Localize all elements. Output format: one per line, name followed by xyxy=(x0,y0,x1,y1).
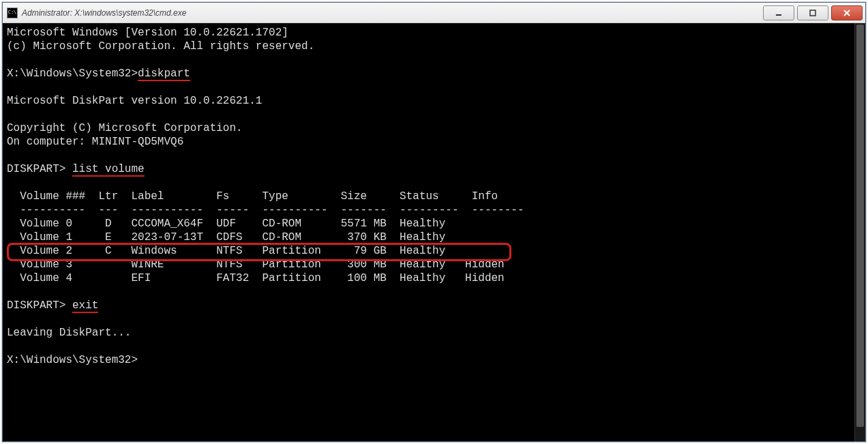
window-controls xyxy=(763,5,863,20)
maximize-button[interactable] xyxy=(797,5,828,20)
minimize-icon xyxy=(775,9,783,17)
scrollbar-thumb[interactable] xyxy=(856,25,864,427)
window-title: Administrator: X:\windows\system32\cmd.e… xyxy=(22,8,763,18)
prompt: X:\Windows\System32> xyxy=(7,68,138,80)
diskpart-prompt: DISKPART> xyxy=(7,163,72,175)
table-row: Volume 4 EFI FAT32 Partition 100 MB Heal… xyxy=(7,272,505,284)
banner-line: Microsoft Windows [Version 10.0.22621.17… xyxy=(7,27,288,39)
leaving-text: Leaving DiskPart... xyxy=(7,327,131,339)
close-button[interactable] xyxy=(831,5,863,20)
command-list-volume: list volume xyxy=(72,163,145,177)
prompt: X:\Windows\System32> xyxy=(7,354,138,366)
terminal-area: Microsoft Windows [Version 10.0.22621.17… xyxy=(3,23,865,441)
table-divider: ---------- --- ----------- ----- -------… xyxy=(7,204,524,216)
table-header: Volume ### Ltr Label Fs Type Size Status… xyxy=(7,190,498,203)
diskpart-copyright: Copyright (C) Microsoft Corporation. xyxy=(7,122,243,134)
table-row: Volume 3 WINRE NTFS Partition 300 MB Hea… xyxy=(7,258,505,271)
svg-rect-1 xyxy=(810,10,815,16)
table-row: Volume 1 E 2023-07-13T CDFS CD-ROM 370 K… xyxy=(7,231,445,243)
command-exit: exit xyxy=(72,299,98,313)
terminal-output[interactable]: Microsoft Windows [Version 10.0.22621.17… xyxy=(3,23,854,441)
cmd-icon: C:\ xyxy=(7,8,18,18)
cmd-window: C:\ Administrator: X:\windows\system32\c… xyxy=(2,2,866,442)
diskpart-computer: On computer: MININT-QD5MVQ6 xyxy=(7,136,183,148)
titlebar[interactable]: C:\ Administrator: X:\windows\system32\c… xyxy=(3,3,865,23)
command-diskpart: diskpart xyxy=(138,68,190,81)
table-row: Volume 0 D CCCOMA_X64F UDF CD-ROM 5571 M… xyxy=(7,218,445,230)
minimize-button[interactable] xyxy=(763,5,794,20)
diskpart-prompt: DISKPART> xyxy=(7,299,72,312)
banner-line: (c) Microsoft Corporation. All rights re… xyxy=(7,40,314,53)
close-icon xyxy=(843,9,851,17)
scrollbar[interactable] xyxy=(854,23,865,441)
diskpart-version: Microsoft DiskPart version 10.0.22621.1 xyxy=(7,95,262,107)
maximize-icon xyxy=(809,9,817,17)
table-row: Volume 2 C Windows NTFS Partition 79 GB … xyxy=(7,245,445,257)
